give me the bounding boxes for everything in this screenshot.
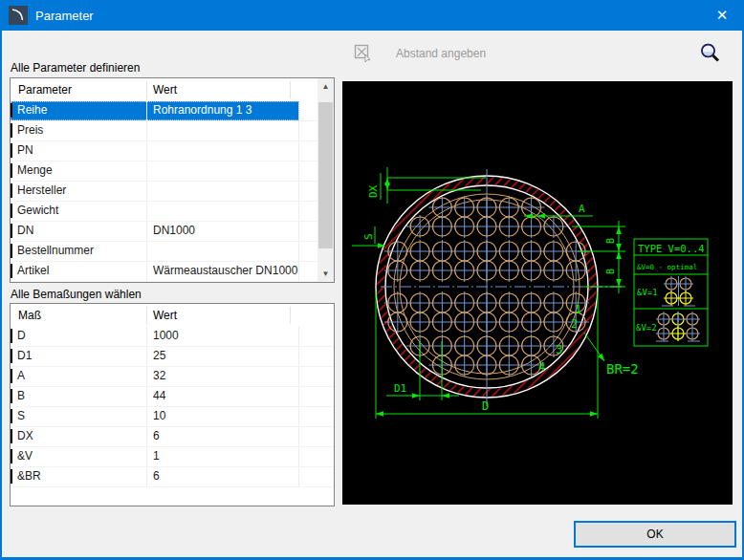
cell-name: S — [11, 407, 147, 426]
table-row-main[interactable]: Preis — [11, 121, 299, 140]
app-icon — [9, 6, 28, 25]
cell-name: DX — [11, 427, 147, 446]
row-filler — [299, 427, 334, 446]
cell-name: &BR — [11, 467, 147, 486]
table-row-main[interactable]: Hersteller — [11, 182, 299, 201]
cell-value — [147, 141, 298, 161]
table-row-main[interactable]: DNDN1000 — [11, 222, 299, 241]
cell-name: &V — [11, 447, 147, 466]
cell-name: B — [11, 387, 147, 406]
legend-title: TYPE V=0..4 — [638, 243, 705, 254]
window-title: Parameter — [35, 9, 94, 23]
table-row-main[interactable]: D1000 — [11, 327, 299, 346]
scrollbar-thumb[interactable] — [318, 102, 333, 248]
cell-value: 25 — [147, 347, 298, 366]
row-filler — [299, 327, 334, 346]
measurements-section-label: Alle Bemaßungen wählen — [11, 288, 142, 301]
cell-name: D1 — [11, 347, 147, 366]
table-row-main[interactable]: PN — [11, 141, 299, 161]
table-row — [11, 282, 334, 283]
row-filler — [299, 467, 334, 486]
pick-distance-icon[interactable] — [353, 43, 374, 64]
row-filler — [299, 282, 334, 283]
dimension-label-b1: B — [605, 238, 616, 244]
parameters-section-label: Alle Parameter definieren — [11, 61, 140, 75]
table-row: ArtikelWärmeaustauscher DN1000 — [11, 262, 334, 282]
cad-drawing: DXSABBD1DBR=21234TYPE V=0..4&V=0 - optim… — [342, 81, 733, 505]
cell-value: 1000 — [147, 327, 298, 346]
table-row-main[interactable]: Menge — [11, 162, 299, 181]
table-row-main[interactable]: D125 — [11, 347, 299, 366]
table-row-main[interactable]: ArtikelWärmeaustauscher DN1000 — [11, 262, 299, 281]
table-row-main[interactable]: &V1 — [11, 447, 299, 466]
row-filler — [299, 387, 334, 406]
row-filler — [299, 367, 334, 386]
table-row-main[interactable]: Bestellnummer — [11, 242, 299, 261]
table-row: A32 — [11, 367, 334, 387]
cell-value: 10 — [147, 407, 298, 426]
parameter-dialog: Parameter ✕ Abstand angeben Alle Paramet… — [0, 0, 744, 560]
cell-value — [147, 182, 298, 201]
cell-value: 6 — [147, 467, 298, 486]
cell-name: Hersteller — [11, 182, 147, 201]
cell-value — [147, 242, 298, 261]
dimension-label-a: A — [579, 203, 585, 215]
table-row: DNDN1000 — [11, 222, 334, 242]
measurements-table-body: D1000D125A32B44S10DX6&V1&BR6 — [11, 327, 334, 487]
table-row-main[interactable]: ReiheRohranordnung 1 3 — [11, 101, 299, 120]
cell-value — [147, 282, 298, 283]
dimension-label-b2: B — [605, 269, 616, 274]
table-row: Menge — [11, 162, 334, 182]
ok-button[interactable]: OK — [574, 521, 736, 548]
row-filler — [299, 447, 334, 466]
dimension-label-dx: DX — [367, 184, 380, 198]
cell-name: A — [11, 367, 147, 386]
table-row: Bestellnummer — [11, 242, 334, 262]
parameters-table-header: Parameter Wert — [11, 78, 334, 101]
table-row-main[interactable]: DX6 — [11, 427, 299, 446]
row-filler — [299, 347, 334, 366]
table-row: D1000 — [11, 327, 334, 347]
table-row: DX6 — [11, 427, 334, 447]
scroll-down-arrow-icon[interactable]: ▼ — [317, 266, 334, 282]
table-row: &BR6 — [11, 467, 334, 487]
legend-v1: &V=1 — [637, 288, 658, 297]
column-header-mass: Maß — [11, 307, 147, 324]
cell-name: DN — [11, 222, 147, 241]
table-row: PN — [11, 141, 334, 162]
table-row-main[interactable]: A32 — [11, 367, 299, 386]
parameters-table: Parameter Wert ReiheRohranordnung 1 3Pre… — [10, 77, 335, 283]
cell-name: PN — [11, 141, 147, 161]
table-row: Gewicht — [11, 202, 334, 222]
vertical-scrollbar[interactable]: ▲ ▼ — [317, 78, 334, 282]
dimension-label-s: S — [362, 233, 375, 240]
table-row-main[interactable]: S10 — [11, 407, 299, 426]
table-row: ReiheRohranordnung 1 3 — [11, 101, 334, 121]
cell-value: 6 — [147, 427, 298, 446]
column-header-wert: Wert — [147, 307, 291, 324]
row-number-label: 4 — [538, 360, 545, 374]
scroll-up-arrow-icon[interactable]: ▲ — [317, 78, 334, 95]
dimension-label-d1: D1 — [394, 382, 406, 395]
cell-name: Reihe — [11, 101, 147, 120]
cell-value: Rohranordnung 1 3 — [147, 101, 298, 120]
cell-value — [147, 202, 298, 221]
dimension-label-d: D — [482, 399, 489, 413]
close-button[interactable]: ✕ — [700, 0, 744, 31]
cad-preview-canvas[interactable]: DXSABBD1DBR=21234TYPE V=0..4&V=0 - optim… — [342, 81, 733, 505]
legend-v2: &V=2 — [636, 323, 657, 333]
cell-value: Wärmeaustauscher DN1000 — [147, 262, 298, 281]
table-row-main[interactable]: Gewicht — [11, 202, 299, 221]
table-row-main[interactable]: &BR6 — [11, 467, 299, 486]
cell-name: Bestellnummer — [11, 242, 147, 261]
table-row-main[interactable]: B44 — [11, 387, 299, 406]
zoom-icon[interactable] — [699, 42, 722, 65]
dimension-label-br: BR=2 — [606, 361, 639, 377]
cell-name: D — [11, 327, 147, 346]
row-filler — [299, 407, 334, 426]
column-header-wert: Wert — [147, 81, 291, 98]
row-number-label: 1 — [575, 303, 581, 316]
distance-label: Abstand angeben — [396, 47, 486, 60]
table-row-main[interactable] — [11, 282, 299, 283]
measurements-table-header: Maß Wert — [11, 304, 334, 327]
